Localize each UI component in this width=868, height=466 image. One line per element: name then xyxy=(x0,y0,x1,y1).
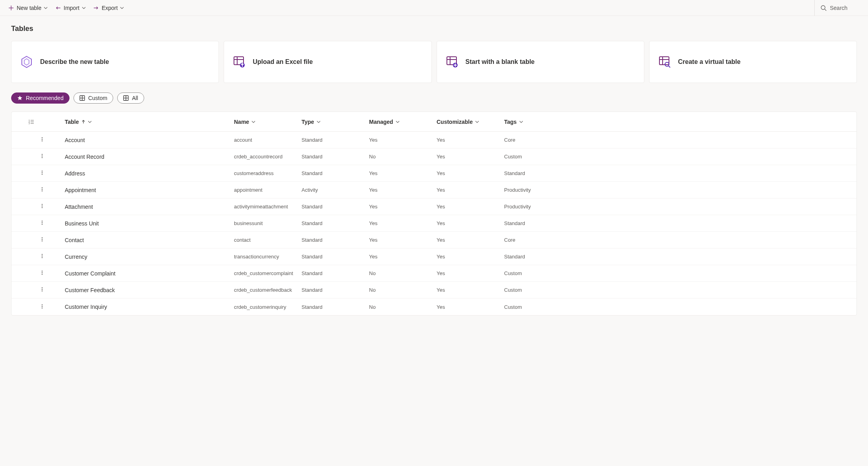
pill-label: Recommended xyxy=(26,95,64,101)
sort-asc-icon xyxy=(81,120,85,124)
svg-point-64 xyxy=(42,287,43,288)
cell-name: crdeb_customerinquiry xyxy=(234,304,302,310)
table-body: Account account Standard Yes Yes Core Ac… xyxy=(12,132,856,315)
cell-customizable: Yes xyxy=(437,304,504,310)
svg-point-4 xyxy=(821,6,825,10)
cell-tags: Standard xyxy=(504,170,856,176)
toolbar-divider xyxy=(814,0,815,16)
new-table-button[interactable]: New table xyxy=(8,5,48,11)
card-describe-table[interactable]: Describe the new table xyxy=(11,41,219,83)
more-actions-button[interactable] xyxy=(38,202,46,212)
more-actions-button[interactable] xyxy=(38,185,46,195)
grid-icon xyxy=(79,95,85,101)
cell-table: Appointment xyxy=(51,187,234,193)
pill-label: Custom xyxy=(88,95,107,101)
more-actions-button[interactable] xyxy=(38,168,46,178)
search-input[interactable]: Search xyxy=(820,5,860,11)
svg-point-60 xyxy=(42,257,43,258)
more-vertical-icon xyxy=(39,220,45,225)
cell-type: Standard xyxy=(302,270,369,276)
cell-managed: No xyxy=(369,270,437,276)
table-row[interactable]: Customer Feedback crdeb_customerfeedback… xyxy=(12,282,856,298)
cell-managed: Yes xyxy=(369,170,437,176)
pill-custom[interactable]: Custom xyxy=(73,92,113,104)
chevron-down-icon xyxy=(519,120,523,124)
new-table-label: New table xyxy=(17,5,41,11)
import-button[interactable]: Import xyxy=(55,5,86,11)
chevron-down-icon xyxy=(88,120,92,124)
col-customizable[interactable]: Customizable xyxy=(437,119,504,125)
row-actions xyxy=(12,285,51,295)
cell-type: Standard xyxy=(302,170,369,176)
cell-tags: Standard xyxy=(504,220,856,226)
row-actions xyxy=(12,268,51,278)
command-bar-left: New table Import Export xyxy=(8,5,124,11)
row-actions xyxy=(12,252,51,262)
table-row[interactable]: Business Unit businessunit Standard Yes … xyxy=(12,215,856,232)
row-actions xyxy=(12,302,51,312)
more-actions-button[interactable] xyxy=(38,135,46,145)
card-upload-excel[interactable]: Upload an Excel file xyxy=(224,41,431,83)
export-button[interactable]: Export xyxy=(93,5,124,11)
more-actions-button[interactable] xyxy=(38,152,46,162)
cell-tags: Productivity xyxy=(504,204,856,210)
cell-table: Currency xyxy=(51,254,234,260)
table-row[interactable]: Contact contact Standard Yes Yes Core xyxy=(12,232,856,248)
more-actions-button[interactable] xyxy=(38,285,46,295)
pill-recommended[interactable]: Recommended xyxy=(11,92,70,104)
cell-table: Business Unit xyxy=(51,220,234,227)
search-placeholder: Search xyxy=(830,5,847,11)
svg-marker-6 xyxy=(22,56,31,67)
svg-point-38 xyxy=(42,139,43,140)
plus-icon xyxy=(8,5,14,11)
svg-point-46 xyxy=(42,187,43,188)
card-virtual-table[interactable]: Create a virtual table xyxy=(649,41,857,83)
col-type[interactable]: Type xyxy=(302,119,369,125)
command-bar-right: Search xyxy=(809,0,860,16)
col-table[interactable]: Table xyxy=(51,119,234,125)
svg-point-69 xyxy=(42,307,43,308)
svg-point-43 xyxy=(42,171,43,171)
svg-point-47 xyxy=(42,189,43,190)
more-actions-button[interactable] xyxy=(38,302,46,312)
table-search-icon xyxy=(657,55,672,69)
svg-point-50 xyxy=(42,206,43,206)
svg-point-41 xyxy=(42,156,43,156)
cell-type: Standard xyxy=(302,137,369,143)
col-managed[interactable]: Managed xyxy=(369,119,437,125)
table-row[interactable]: Attachment activitymimeattachment Standa… xyxy=(12,198,856,215)
table-row[interactable]: Customer Complaint crdeb_customercomplai… xyxy=(12,265,856,282)
more-actions-button[interactable] xyxy=(38,252,46,262)
cell-name: appointment xyxy=(234,187,302,193)
col-name[interactable]: Name xyxy=(234,119,302,125)
cell-customizable: Yes xyxy=(437,137,504,143)
cell-tags: Custom xyxy=(504,304,856,310)
pill-all[interactable]: All xyxy=(117,92,144,104)
svg-point-55 xyxy=(42,237,43,238)
svg-point-37 xyxy=(42,137,43,138)
row-number-header[interactable]: 123 xyxy=(12,119,51,125)
table-row[interactable]: Currency transactioncurrency Standard Ye… xyxy=(12,248,856,265)
card-blank-table[interactable]: Start with a blank table xyxy=(437,41,644,83)
more-vertical-icon xyxy=(39,270,45,275)
import-label: Import xyxy=(64,5,79,11)
table-row[interactable]: Customer Inquiry crdeb_customerinquiry S… xyxy=(12,298,856,315)
more-vertical-icon xyxy=(39,237,45,242)
ai-icon xyxy=(19,55,34,69)
cell-managed: No xyxy=(369,154,437,160)
table-row[interactable]: Appointment appointment Activity Yes Yes… xyxy=(12,182,856,198)
table-row[interactable]: Account Record crdeb_accountrecord Stand… xyxy=(12,148,856,165)
page-content: Tables Describe the new table Upload an … xyxy=(0,16,868,316)
more-actions-button[interactable] xyxy=(38,268,46,278)
table-row[interactable]: Address customeraddress Standard Yes Yes… xyxy=(12,165,856,182)
more-actions-button[interactable] xyxy=(38,218,46,228)
svg-point-49 xyxy=(42,204,43,205)
cell-name: transactioncurrency xyxy=(234,254,302,260)
col-tags[interactable]: Tags xyxy=(504,119,856,125)
svg-line-22 xyxy=(669,66,670,67)
table-row[interactable]: Account account Standard Yes Yes Core xyxy=(12,132,856,148)
star-icon xyxy=(17,95,23,101)
more-actions-button[interactable] xyxy=(38,235,46,245)
import-icon xyxy=(55,5,61,11)
cell-tags: Core xyxy=(504,237,856,243)
